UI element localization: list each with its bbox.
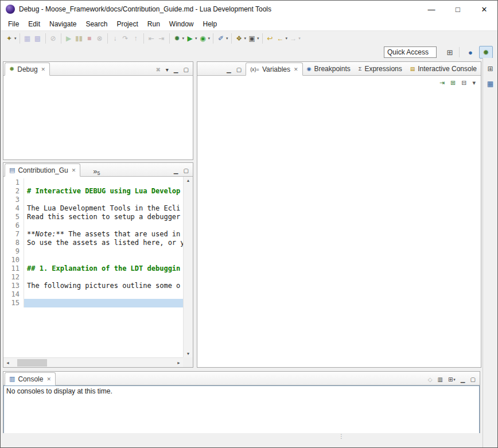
minimize-window-button[interactable]: — [418, 1, 445, 18]
skip-all-breakpoints-button[interactable]: ⊘ [48, 32, 59, 45]
view-menu-button[interactable]: ▾ [166, 67, 169, 73]
maximize-button[interactable]: ▢ [470, 376, 476, 383]
tab-expressions[interactable]: Σ Expressions [355, 62, 406, 75]
collapse-all-button[interactable]: ⊟ [461, 79, 466, 87]
step-return-button[interactable]: ↑ [131, 32, 141, 45]
code-line[interactable] [24, 256, 183, 264]
suspend-button[interactable]: ▮▮ [74, 32, 84, 45]
tab-overflow-chevron[interactable]: » 5 [93, 167, 100, 176]
save-button[interactable]: ▦ [22, 32, 33, 45]
close-icon[interactable]: ✕ [72, 167, 76, 173]
dropdown-arrow-icon[interactable]: ▾ [182, 36, 185, 41]
code-line[interactable]: ## 1. Explanation of the LDT debuggin [24, 264, 183, 273]
close-icon[interactable]: ✕ [41, 67, 46, 72]
new-wizard-button[interactable]: ❖ ▾ [234, 32, 247, 45]
current-line-highlight[interactable] [24, 299, 183, 307]
minimize-button[interactable]: ▁ [461, 376, 465, 383]
step-into-button[interactable]: ↓ [110, 32, 120, 45]
code-line[interactable] [24, 196, 183, 204]
maximize-button[interactable]: ▢ [184, 167, 189, 174]
use-step-filters-button[interactable]: ⇥ [157, 32, 167, 45]
dropdown-arrow-icon[interactable]: ▾ [257, 36, 259, 41]
code-line[interactable]: The Lua Development Tools in the Ecli [24, 204, 183, 213]
restore-views-button[interactable]: ⊞ [487, 65, 493, 73]
tab-interactive-console[interactable]: ▤ Interactive Console [406, 62, 481, 75]
maximize-window-button[interactable]: □ [445, 1, 471, 18]
editor-line[interactable]: 4The Lua Development Tools in the Ecli [3, 204, 183, 213]
disconnect-button[interactable]: ⊗ [95, 32, 105, 45]
show-logical-structures-button[interactable]: ⊞ [450, 79, 456, 87]
debug-button[interactable]: ✹ ▾ [172, 32, 185, 45]
minimize-button[interactable]: ▁ [174, 167, 178, 174]
quick-access-input[interactable]: Quick Access [384, 46, 437, 58]
code-line[interactable]: Read this section to setup a debugger [24, 213, 183, 221]
save-all-button[interactable]: ▩ [33, 32, 43, 45]
coverage-button[interactable]: ◉ ▾ [198, 32, 211, 45]
remove-all-terminated-button[interactable]: ✖ [155, 67, 160, 73]
tab-contribution-guide[interactable]: ▤ Contribution_Gu ✕ [5, 163, 80, 177]
close-icon[interactable]: ✕ [46, 376, 51, 382]
tab-debug[interactable]: ✹ Debug ✕ [5, 63, 50, 76]
editor-line[interactable]: 12 [3, 273, 183, 282]
debug-perspective-button[interactable]: ✹ [479, 46, 493, 59]
tab-breakpoints[interactable]: ◉ Breakpoints [303, 62, 355, 75]
scrollbar-thumb[interactable] [17, 359, 47, 367]
dropdown-arrow-icon[interactable]: ▾ [286, 36, 288, 41]
display-console-button[interactable]: ▥ [437, 376, 442, 383]
minimize-button[interactable]: ▁ [174, 67, 178, 73]
step-over-button[interactable]: ↷ [120, 32, 131, 45]
pin-console-button[interactable]: ◇ [428, 376, 433, 383]
dropdown-arrow-icon[interactable]: ▾ [453, 377, 456, 382]
scroll-right-icon[interactable]: ► [177, 361, 181, 365]
dropdown-arrow-icon[interactable]: ▾ [14, 36, 17, 41]
code-line[interactable] [24, 273, 183, 282]
scroll-down-icon[interactable]: ▼ [186, 352, 190, 356]
run-button[interactable]: ▶ ▾ [185, 32, 198, 45]
scroll-left-icon[interactable]: ◄ [6, 361, 10, 365]
editor-line[interactable]: 14 [3, 290, 183, 299]
menu-run[interactable]: Run [143, 18, 165, 30]
new-button[interactable]: ✦ ▾ [4, 32, 17, 45]
editor-line[interactable]: 2# Interactive DEBUG using Lua Develop [3, 187, 183, 196]
menu-search[interactable]: Search [81, 18, 112, 30]
code-line[interactable] [24, 290, 183, 299]
open-console-button[interactable]: ⊞ ▾ [448, 376, 456, 383]
dropdown-arrow-icon[interactable]: ▾ [226, 36, 228, 41]
tab-console[interactable]: ▥ Console ✕ [5, 372, 56, 385]
terminate-button[interactable]: ■ [84, 32, 95, 45]
menu-edit[interactable]: Edit [24, 18, 45, 30]
close-icon[interactable]: ✕ [294, 67, 298, 72]
resume-button[interactable]: ▶ [64, 32, 74, 45]
view-menu-button[interactable]: ▾ [472, 79, 476, 87]
code-line[interactable] [24, 247, 183, 256]
menu-navigate[interactable]: Navigate [45, 18, 81, 30]
open-element-button[interactable]: ▣ ▾ [247, 32, 260, 45]
editor-line[interactable]: 13The following pictures outline some o [3, 282, 183, 290]
close-window-button[interactable]: ✕ [471, 1, 497, 18]
editor-line[interactable]: 6 [3, 221, 183, 230]
menu-file[interactable]: File [3, 18, 24, 30]
code-line[interactable]: # Interactive DEBUG using Lua Develop [24, 187, 183, 196]
editor-line[interactable]: 11## 1. Explanation of the LDT debuggin [3, 264, 183, 273]
dropdown-arrow-icon[interactable]: ▾ [244, 36, 247, 41]
editor-line[interactable]: 15 [3, 299, 183, 307]
code-line[interactable] [24, 221, 183, 230]
code-line[interactable]: The following pictures outline some o [24, 282, 183, 290]
last-edit-location-button[interactable]: ↩ [265, 32, 275, 45]
minimize-button[interactable]: ▁ [227, 67, 231, 73]
lua-perspective-button[interactable]: ● [464, 46, 477, 59]
editor-line[interactable]: 7**Note:** The assets that are used in [3, 230, 183, 239]
external-tools-button[interactable]: ✐ ▾ [216, 32, 229, 45]
editor-text-area[interactable]: 12# Interactive DEBUG using Lua Develop3… [3, 178, 183, 357]
editor-line[interactable]: 10 [3, 256, 183, 264]
forward-button[interactable]: → ▾ [288, 32, 301, 45]
editor-line[interactable]: 5Read this section to setup a debugger [3, 213, 183, 221]
maximize-button[interactable]: ▢ [184, 67, 189, 73]
maximize-button[interactable]: ▢ [236, 67, 242, 73]
dropdown-arrow-icon[interactable]: ▾ [195, 36, 197, 41]
vertical-scrollbar[interactable]: ▲ ▼ [183, 177, 193, 357]
code-line[interactable] [24, 178, 183, 187]
debug-view-content[interactable] [3, 76, 193, 159]
editor-line[interactable]: 9 [3, 247, 183, 256]
open-perspective-button[interactable]: ⊞ [443, 46, 457, 59]
